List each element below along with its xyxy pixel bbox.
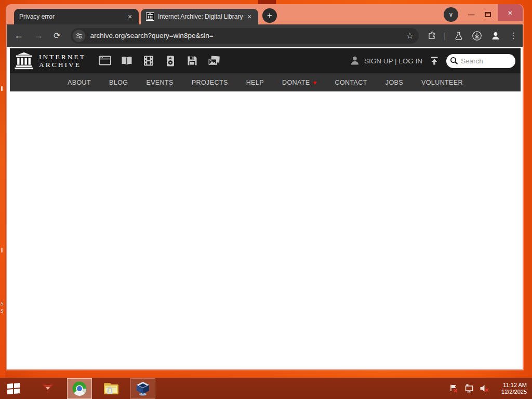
tab-internet-archive[interactable]: Internet Archive: Digital Library ×	[141, 9, 258, 24]
clock-date: 12/2/2025	[501, 389, 527, 395]
internet-archive-header: INTERNET ARCHIVE	[10, 48, 521, 73]
network-icon	[464, 384, 474, 393]
nav-about[interactable]: ABOUT	[68, 79, 91, 86]
nav-events[interactable]: EVENTS	[146, 79, 173, 86]
file-explorer-icon	[103, 381, 119, 396]
extensions-button[interactable]	[427, 31, 436, 41]
audio-speaker-icon	[166, 56, 175, 66]
download-icon	[472, 31, 482, 41]
forward-button[interactable]: →	[34, 30, 43, 41]
internet-archive-nav: ABOUT BLOG EVENTS PROJECTS HELP DONATE♥ …	[10, 73, 521, 91]
nav-donate-label: DONATE	[282, 79, 310, 86]
red-app-icon	[39, 381, 56, 396]
heart-icon: ♥	[313, 79, 317, 86]
window-close-button[interactable]: ×	[498, 4, 523, 21]
desktop-icon-label-fragment	[1, 248, 3, 252]
nav-blog[interactable]: BLOG	[109, 79, 128, 86]
wordmark-line2: ARCHIVE	[39, 61, 86, 69]
labs-button[interactable]	[454, 31, 463, 41]
internet-archive-wordmark[interactable]: INTERNET ARCHIVE	[39, 53, 86, 69]
nav-contact[interactable]: CONTACT	[335, 79, 367, 86]
minimize-button[interactable]: —	[464, 10, 478, 18]
media-tab-texts[interactable]	[121, 55, 134, 66]
search-input[interactable]	[461, 57, 511, 65]
back-button[interactable]: ←	[14, 30, 23, 41]
media-tab-audio[interactable]	[164, 55, 177, 66]
page-viewport: INTERNET ARCHIVE	[7, 47, 523, 369]
tray-volume-button[interactable]	[480, 384, 489, 393]
signup-login-link[interactable]: SIGN UP | LOG IN	[364, 57, 422, 65]
profile-button[interactable]	[490, 31, 501, 41]
tab-privacy-error[interactable]: Privacy error ×	[14, 9, 139, 24]
tune-icon	[75, 32, 83, 39]
maximize-button[interactable]	[481, 12, 495, 17]
media-tab-software[interactable]	[186, 55, 199, 66]
nav-jobs[interactable]: JOBS	[385, 79, 403, 86]
internet-archive-logo-icon[interactable]	[14, 52, 34, 70]
nav-projects[interactable]: PROJECTS	[192, 79, 228, 86]
browser-app-icon	[72, 381, 87, 396]
taskbar-red-app-button[interactable]	[35, 378, 60, 399]
desktop: S S Privacy error × Internet Archive: Di…	[0, 0, 532, 399]
search-icon	[450, 57, 458, 65]
taskbar: 11:12 AM 12/2/2025	[0, 378, 532, 399]
address-bar[interactable]: archive.org/search?query=win8pe&sin= ☆	[71, 28, 419, 44]
browser-menu-button[interactable]: ⋮	[509, 31, 517, 41]
virtualbox-icon	[135, 381, 151, 396]
nav-donate[interactable]: DONATE♥	[282, 79, 317, 86]
flask-icon	[454, 31, 463, 41]
close-tab-icon[interactable]: ×	[245, 12, 254, 21]
reload-button[interactable]: ⟳	[54, 31, 60, 41]
tray-network-button[interactable]	[464, 384, 474, 393]
upload-icon	[430, 56, 439, 65]
tray-action-center-button[interactable]	[449, 384, 458, 393]
media-tab-video[interactable]	[142, 55, 155, 66]
extensions-puzzle-icon	[427, 31, 436, 41]
internet-archive-favicon-icon	[146, 12, 154, 21]
downloads-button[interactable]	[472, 31, 482, 41]
desktop-icon-label-fragment	[1, 86, 3, 91]
maximize-icon	[485, 12, 491, 17]
video-film-icon	[143, 56, 154, 66]
url-text[interactable]: archive.org/search?query=win8pe&sin=	[90, 32, 406, 39]
desktop-icon-label-fragment: S	[1, 308, 4, 314]
windows-logo-icon	[7, 382, 20, 394]
media-type-tabs	[99, 55, 221, 66]
tab-strip: Privacy error × Internet Archive: Digita…	[7, 4, 523, 24]
browser-window: Privacy error × Internet Archive: Digita…	[6, 4, 524, 370]
tab-title: Internet Archive: Digital Library	[158, 13, 245, 20]
taskbar-file-explorer-button[interactable]	[99, 378, 124, 399]
wallpaper-stripe	[0, 0, 5, 399]
taskbar-browser-button[interactable]	[67, 378, 92, 399]
person-icon	[350, 56, 360, 66]
nav-volunteer[interactable]: VOLUNTEER	[421, 79, 463, 86]
nav-help[interactable]: HELP	[246, 79, 264, 86]
tab-title: Privacy error	[19, 13, 125, 20]
site-search-box[interactable]	[446, 54, 515, 68]
avatar-icon	[490, 31, 501, 41]
upload-button[interactable]	[430, 56, 439, 65]
texts-book-icon	[121, 56, 133, 66]
software-floppy-icon	[187, 56, 197, 66]
taskbar-clock[interactable]: 11:12 AM 12/2/2025	[501, 382, 527, 395]
wordmark-line1: INTERNET	[39, 53, 86, 61]
desktop-icon-label-fragment: S	[1, 300, 4, 307]
header-account-area: SIGN UP | LOG IN	[350, 54, 515, 68]
new-tab-button[interactable]: +	[262, 8, 277, 23]
taskbar-virtualbox-button[interactable]	[130, 378, 155, 399]
system-tray: 11:12 AM 12/2/2025	[449, 382, 532, 395]
browser-toolbar: ← → ⟳ archive.org/search?query=win8pe&si…	[7, 24, 523, 47]
clock-time: 11:12 AM	[501, 382, 527, 389]
tab-search-button[interactable]: ∨	[444, 7, 458, 22]
bookmark-star-icon[interactable]: ☆	[406, 31, 414, 41]
flag-alert-icon	[449, 384, 458, 393]
media-tab-web[interactable]	[99, 55, 112, 66]
media-tab-images[interactable]	[208, 55, 221, 66]
window-controls: ∨ — ×	[444, 4, 523, 24]
site-info-button[interactable]	[73, 30, 85, 42]
web-icon	[99, 56, 111, 66]
close-tab-icon[interactable]: ×	[125, 12, 135, 21]
start-button[interactable]	[1, 378, 26, 399]
toolbar-divider: |	[444, 31, 446, 40]
speaker-muted-icon	[480, 384, 489, 393]
